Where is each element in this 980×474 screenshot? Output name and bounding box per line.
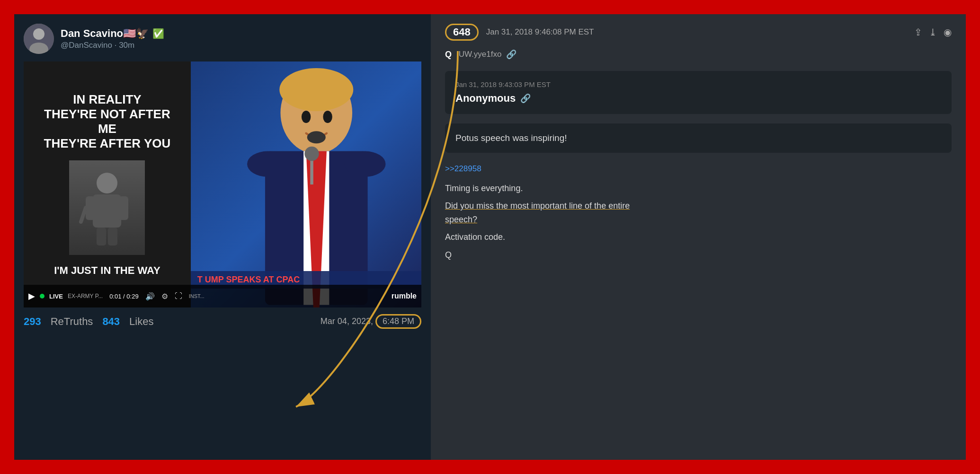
live-dot [40,294,45,298]
q-letter: Q [445,50,452,60]
nav-icon[interactable]: ◉ [944,26,952,38]
svg-point-3 [97,173,117,193]
q-code: !UW.yye1fxo [456,50,501,59]
time-display: 0:01 / 0:29 [109,293,138,300]
anon-author-row: Anonymous 🔗 [455,92,941,105]
link-icon[interactable]: 🔗 [506,49,517,60]
meme-figure [69,160,145,255]
anon-message-text: Potus speech was inspiring! [455,133,567,143]
svg-point-18 [345,151,386,177]
user-header: Dan Scavino🇺🇸🦅 ✅ @DanScavino · 30m [24,24,421,54]
live-label: LIVE [49,293,63,300]
q-signature: Q [445,248,952,262]
svg-point-19 [302,111,311,123]
reply-line3: Activation code. [445,230,952,244]
post-date: Mar 04, 2023, 6:48 PM [321,314,421,329]
svg-point-21 [307,131,326,143]
anon-author: Anonymous [455,92,516,105]
verified-badge: ✅ [152,28,164,39]
fullscreen-icon[interactable]: ⛶ [175,292,182,300]
q-line: Q !UW.yye1fxo 🔗 [445,49,952,60]
left-panel: Dan Scavino🇺🇸🦅 ✅ @DanScavino · 30m IN RE… [14,14,431,460]
play-button[interactable]: ▶ [28,291,35,301]
svg-point-20 [323,111,332,123]
inst-label: INST... [189,293,205,299]
reply-line1: Timing is everything. [445,182,952,195]
meme-bottom-text: I'M JUST IN THE WAY [54,264,160,277]
meme-left: IN REALITY THEY'RE NOT AFTER ME THEY'RE … [24,61,191,307]
download-icon[interactable]: ⤓ [929,26,937,38]
anon-timestamp: Jan 31, 2018 9:43:03 PM EST [455,80,941,88]
post-number: 648 [445,24,479,41]
svg-point-23 [304,147,319,161]
video-container: IN REALITY THEY'RE NOT AFTER ME THEY'RE … [24,61,421,307]
svg-point-1 [33,28,45,40]
right-panel: 648 Jan 31, 2018 9:46:08 PM EST ⇪ ⤓ ◉ Q … [431,14,966,460]
handle-time: @DanScavino · 30m [61,41,164,50]
svg-rect-4 [93,194,121,228]
post-body: >>228958 Timing is everything. Did you m… [445,162,952,262]
top-bar: 648 Jan 31, 2018 9:46:08 PM EST ⇪ ⤓ ◉ [445,24,952,41]
likes-count: 843 [102,316,120,328]
retruths-label: ReTruths [51,316,93,328]
user-info: Dan Scavino🇺🇸🦅 ✅ @DanScavino · 30m [61,27,164,50]
svg-rect-8 [108,228,117,246]
post-timestamp: Jan 31, 2018 9:46:08 PM EST [486,27,594,37]
rumble-logo: rumble [392,292,417,300]
volume-icon[interactable]: 🔊 [145,292,155,301]
anon-card: Jan 31, 2018 9:43:03 PM EST Anonymous 🔗 [445,71,952,114]
post-stats: 293 ReTruths 843 Likes Mar 04, 2023, 6:4… [24,314,421,329]
reply-line2: Did you miss the most important line of … [445,199,952,227]
anon-link-icon[interactable]: 🔗 [520,93,531,104]
retruths-count: 293 [24,316,41,328]
svg-line-9 [81,208,86,222]
reply-ref: >>228958 [445,162,952,175]
avatar [24,24,54,54]
anon-message-card: Potus speech was inspiring! [445,123,952,153]
video-controls[interactable]: ▶ LIVE EX-ARMY P... 0:01 / 0:29 🔊 ⚙ ⛶ IN… [24,285,421,307]
share-icon[interactable]: ⇪ [914,26,922,38]
likes-label: Likes [129,316,153,328]
svg-rect-7 [97,228,106,246]
svg-point-17 [247,151,288,177]
svg-point-13 [279,68,353,111]
meme-top-text: IN REALITY THEY'RE NOT AFTER ME THEY'RE … [33,92,181,151]
settings-icon[interactable]: ⚙ [161,292,168,301]
reply-line2-part1: Did you miss the most important line of … [445,201,630,211]
post-time-highlight: 6:48 PM [375,314,421,329]
svg-rect-6 [119,196,128,220]
video-right: T UMP SPEAKS AT CPAC [191,61,421,307]
username: Dan Scavino🇺🇸🦅 [61,27,149,40]
cpac-text: UMP SPEAKS AT CPAC [205,275,300,284]
top-bar-actions: ⇪ ⤓ ◉ [914,26,952,38]
label-army: EX-ARMY P... [68,293,103,299]
cpac-red: T [197,275,203,284]
reply-line2-part2: speech? [445,215,477,224]
